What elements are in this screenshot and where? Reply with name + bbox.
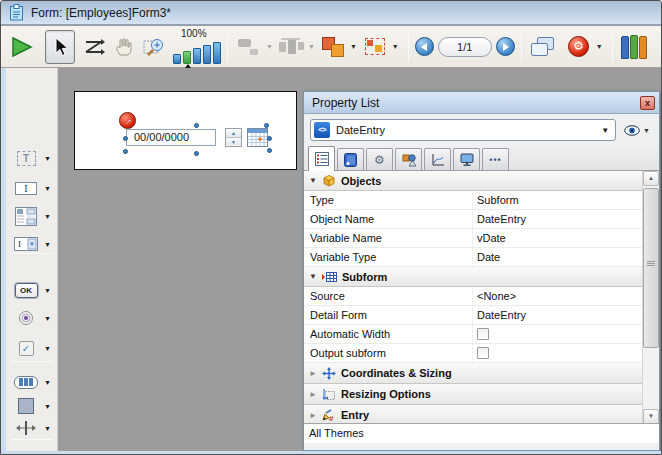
level-dropdown-arrow[interactable]: ▼ <box>350 43 357 50</box>
section-subform[interactable]: ▼ Subform <box>304 267 642 287</box>
output-subform-checkbox[interactable] <box>477 347 489 359</box>
calendar-button[interactable] <box>247 128 268 147</box>
object-selector-combo[interactable]: <> DateEntry ▼ <box>310 119 616 141</box>
stepper-up-icon[interactable]: ▲ <box>226 129 241 137</box>
zoom-bar-200[interactable] <box>193 48 201 64</box>
zoom-level-selector[interactable]: 100% <box>173 30 221 64</box>
zoom-bar-800[interactable] <box>213 42 221 64</box>
input-icon: I <box>15 182 37 195</box>
chevron-down-icon[interactable]: ▼ <box>44 345 51 352</box>
chevron-down-icon[interactable]: ▼ <box>44 185 51 192</box>
scrollbar-thumb[interactable] <box>643 188 659 348</box>
tool-input-field[interactable]: I▼ <box>12 176 56 200</box>
date-stepper[interactable]: ▲▼ <box>225 128 242 147</box>
section-title: Entry <box>341 409 369 421</box>
zoom-tool-button[interactable] <box>139 30 169 64</box>
tab-shapes[interactable] <box>395 148 422 170</box>
date-entry-field[interactable]: 00/00/0000 <box>126 129 216 146</box>
preferences-button[interactable]: ⚙ <box>564 30 594 64</box>
previous-page-button[interactable] <box>415 37 434 56</box>
property-list-titlebar[interactable]: Property List x <box>304 92 659 114</box>
collapse-triangle-icon: ► <box>309 369 322 378</box>
chevron-down-icon[interactable]: ▼ <box>44 315 51 322</box>
page-indicator-label: 1/1 <box>457 41 472 53</box>
rectangle-icon <box>18 398 34 414</box>
chevron-down-icon[interactable]: ▼ <box>44 287 51 294</box>
form-page-area[interactable]: 00/00/0000 ▲▼ → <box>74 91 297 170</box>
execute-form-button[interactable] <box>7 30 37 64</box>
page-indicator[interactable]: 1/1 <box>438 37 492 57</box>
property-row-detail-form: Detail Form DateEntry <box>304 306 642 325</box>
tool-splitter[interactable]: ▼ <box>12 416 56 440</box>
display-button[interactable] <box>528 30 558 64</box>
tool-radio-button[interactable]: ▼ <box>12 306 56 330</box>
title-bar[interactable]: Form: [Employees]Form3* <box>1 1 661 25</box>
tab-order-button[interactable] <box>79 30 109 64</box>
tool-button[interactable]: OK▼ <box>12 278 56 302</box>
tab-list[interactable] <box>308 146 335 171</box>
selection-handle[interactable] <box>194 123 199 128</box>
chevron-down-icon[interactable]: ▼ <box>44 425 51 432</box>
section-objects[interactable]: ▼ Objects <box>304 171 642 191</box>
chevron-down-icon[interactable]: ▼ <box>44 213 51 220</box>
section-entry[interactable]: ► # Entry <box>304 405 642 424</box>
selection-handle[interactable] <box>194 151 199 156</box>
property-value[interactable]: DateEntry <box>472 210 642 228</box>
group-dropdown-arrow[interactable]: ▼ <box>392 43 399 50</box>
tool-static-text[interactable]: T▼ <box>12 146 56 170</box>
group-button[interactable] <box>360 30 390 64</box>
close-icon[interactable]: x <box>640 96 655 110</box>
scroll-up-icon[interactable]: ▲ <box>643 171 659 186</box>
zoom-bar-400[interactable] <box>203 45 211 64</box>
tab-more[interactable]: ••• <box>482 148 509 170</box>
tool-list-box[interactable]: ▼ <box>12 204 56 228</box>
separator <box>521 32 522 62</box>
tool-tab-control[interactable]: ▼ <box>12 370 56 394</box>
object-selector-row: <> DateEntry ▼ ▼ <box>304 114 659 145</box>
section-title: Resizing Options <box>341 388 431 400</box>
zoom-bar-100-selected[interactable] <box>183 51 191 64</box>
selection-handle[interactable] <box>123 149 128 154</box>
property-grid: ▼ Objects Type Subform Object Name DateE… <box>304 171 659 424</box>
property-value[interactable]: Date <box>472 248 642 266</box>
tab-book[interactable] <box>337 148 364 170</box>
property-value[interactable]: DateEntry <box>472 306 642 324</box>
chevron-down-icon[interactable]: ▼ <box>44 403 51 410</box>
section-resizing-options[interactable]: ► Resizing Options <box>304 384 642 405</box>
selection-handle[interactable] <box>267 136 272 141</box>
pointer-tool-button[interactable] <box>45 30 75 64</box>
explorer-books-icon <box>621 35 647 59</box>
theme-filter-label: All Themes <box>309 427 364 439</box>
level-button[interactable] <box>318 30 348 64</box>
zoom-bar-50[interactable] <box>173 54 181 64</box>
stepper-down-icon[interactable]: ▼ <box>226 137 241 145</box>
property-scrollbar[interactable]: ▲ ▼ <box>642 171 659 424</box>
property-value[interactable]: vDate <box>472 229 642 247</box>
automatic-width-checkbox[interactable] <box>477 328 489 340</box>
property-value[interactable]: Subform <box>472 191 642 209</box>
scroll-down-icon[interactable]: ▼ <box>643 409 659 424</box>
subform-icon <box>322 271 337 283</box>
tab-curve[interactable] <box>424 148 451 170</box>
radio-button-icon <box>18 310 34 326</box>
selection-handle[interactable] <box>264 123 269 128</box>
chevron-down-icon[interactable]: ▼ <box>44 155 51 162</box>
chevron-down-icon[interactable]: ▼ <box>44 241 51 248</box>
property-value[interactable]: <None> <box>472 287 642 305</box>
tool-rectangle[interactable]: ▼ <box>12 394 56 418</box>
tool-check-box[interactable]: ✓▼ <box>12 336 56 360</box>
view-options-button[interactable]: ▼ <box>624 125 653 136</box>
chevron-down-icon: ▼ <box>643 127 650 134</box>
theme-filter-bar[interactable]: All Themes <box>304 424 659 443</box>
preferences-dropdown-arrow[interactable]: ▼ <box>596 43 603 50</box>
selection-handle[interactable] <box>267 148 272 153</box>
hand-tool-button[interactable] <box>109 30 139 64</box>
section-coordinates-sizing[interactable]: ► Coordinates & Sizing <box>304 363 642 384</box>
tab-monitor[interactable] <box>453 148 480 170</box>
selection-handle[interactable] <box>123 136 128 141</box>
property-row-variable-name: Variable Name vDate <box>304 229 642 248</box>
next-page-button[interactable] <box>496 37 515 56</box>
tab-gear[interactable]: ⚙ <box>366 148 393 170</box>
chevron-down-icon[interactable]: ▼ <box>44 379 51 386</box>
explorer-button[interactable] <box>619 30 649 64</box>
